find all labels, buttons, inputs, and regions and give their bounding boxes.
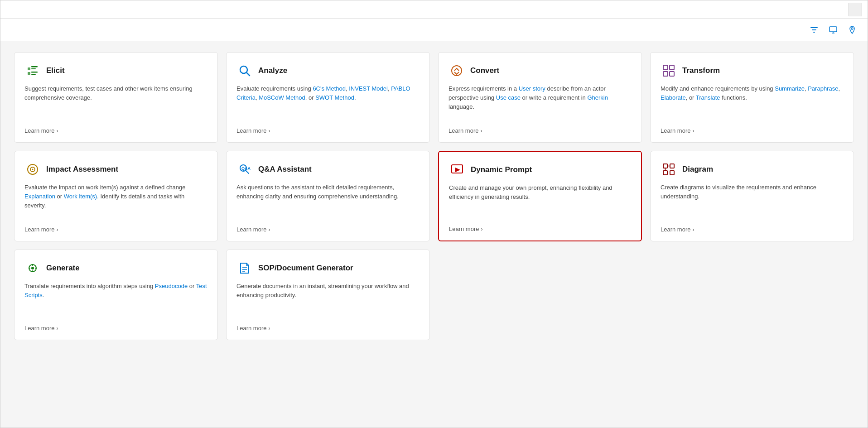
learn-more-qa-assistant[interactable]: Learn more › [236, 226, 420, 233]
card-body-dynamic-prompt: Create and manage your own prompt, enhan… [449, 183, 631, 217]
learn-more-convert[interactable]: Learn more › [448, 127, 632, 134]
link-pseudocode[interactable]: Pseudocode [155, 283, 188, 289]
card-diagram[interactable]: DiagramCreate diagrams to visualize the … [650, 151, 854, 241]
link-6c's-method[interactable]: 6C's Method [313, 85, 346, 92]
filter-icon[interactable] [808, 24, 820, 36]
learn-more-generate[interactable]: Learn more › [24, 325, 207, 332]
card-title-diagram: Diagram [682, 165, 713, 174]
learn-more-transform[interactable]: Learn more › [661, 127, 844, 134]
learn-more-label: Learn more [236, 127, 266, 134]
card-qa-assistant[interactable]: Q&AQ&A AssistantAsk questions to the ass… [226, 151, 430, 241]
chevron-right-icon: › [692, 128, 694, 134]
main-content: ElicitSuggest requirements, test cases a… [0, 41, 868, 428]
card-generate[interactable]: GenerateTranslate requirements into algo… [14, 250, 218, 340]
card-header-transform: Transform [661, 63, 844, 79]
card-body-analyze: Evaluate requirements using 6C's Method,… [236, 84, 420, 119]
impact-assessment-icon [24, 161, 41, 178]
card-header-sop-document-generator: SOP/Document Generator [236, 260, 420, 276]
card-sop-document-generator[interactable]: SOP/Document GeneratorGenerate documents… [226, 250, 430, 340]
link-use-case[interactable]: Use case [496, 94, 521, 101]
svg-rect-0 [810, 27, 818, 28]
chevron-right-icon: › [56, 226, 58, 233]
transform-icon [661, 63, 677, 79]
svg-rect-8 [31, 66, 38, 67]
card-body-elicit: Suggest requirements, test cases and oth… [24, 84, 207, 119]
card-body-sop-document-generator: Generate documents in an instant, stream… [236, 282, 420, 317]
learn-more-analyze[interactable]: Learn more › [236, 127, 420, 134]
card-title-sop-document-generator: SOP/Document Generator [258, 264, 353, 273]
card-body-qa-assistant: Ask questions to the assistant to elicit… [236, 183, 420, 218]
learn-more-sop-document-generator[interactable]: Learn more › [236, 325, 420, 332]
card-body-generate: Translate requirements into algorithm st… [24, 282, 207, 317]
card-header-dynamic-prompt: Dynamic Prompt [449, 162, 631, 178]
location-icon[interactable] [846, 24, 858, 36]
close-button[interactable] [849, 3, 862, 16]
empty-cell-1 [650, 250, 854, 340]
learn-more-label: Learn more [236, 226, 266, 233]
svg-line-14 [246, 72, 250, 76]
chevron-right-icon: › [268, 226, 270, 233]
svg-rect-3 [829, 27, 837, 32]
link-gherkin[interactable]: Gherkin [587, 94, 608, 101]
svg-rect-16 [663, 65, 668, 70]
learn-more-label: Learn more [449, 226, 479, 232]
chevron-right-icon: › [268, 325, 270, 332]
svg-rect-11 [31, 72, 38, 73]
link-explanation[interactable]: Explanation [24, 193, 55, 200]
card-title-impact-assessment: Impact Assessment [46, 165, 118, 174]
svg-point-22 [32, 169, 34, 170]
card-analyze[interactable]: AnalyzeEvaluate requirements using 6C's … [226, 52, 430, 143]
link-user-story[interactable]: User story [519, 85, 545, 92]
card-header-convert: Convert [448, 63, 632, 79]
learn-more-label: Learn more [24, 127, 54, 134]
svg-text:Q&A: Q&A [241, 166, 251, 171]
learn-more-diagram[interactable]: Learn more › [661, 226, 844, 233]
svg-rect-17 [670, 65, 674, 70]
link-translate[interactable]: Translate [696, 94, 720, 101]
card-impact-assessment[interactable]: Impact AssessmentEvaluate the impact on … [14, 151, 218, 241]
card-elicit[interactable]: ElicitSuggest requirements, test cases a… [14, 52, 218, 143]
svg-rect-29 [663, 171, 667, 175]
card-header-impact-assessment: Impact Assessment [24, 161, 207, 178]
elicit-icon [24, 63, 41, 79]
svg-rect-9 [31, 68, 36, 69]
svg-marker-26 [455, 168, 460, 172]
card-convert[interactable]: ConvertExpress requirements in a User st… [438, 52, 642, 143]
link-elaborate[interactable]: Elaborate [661, 94, 686, 101]
link-summarize[interactable]: Summarize [775, 85, 805, 92]
dynamic-prompt-icon [449, 162, 465, 178]
card-title-analyze: Analyze [258, 66, 287, 75]
link-swot-method[interactable]: SWOT Method [315, 94, 354, 101]
link-paraphrase[interactable]: Paraphrase [808, 85, 838, 92]
display-icon[interactable] [827, 24, 839, 36]
main-window: ElicitSuggest requirements, test cases a… [0, 0, 868, 428]
analyze-icon [236, 63, 253, 79]
qa-assistant-icon: Q&A [236, 161, 253, 178]
svg-rect-12 [31, 74, 36, 75]
svg-rect-10 [28, 72, 30, 75]
link-invest-model[interactable]: INVEST Model [349, 85, 388, 92]
card-body-diagram: Create diagrams to visualize the require… [661, 183, 844, 218]
card-header-elicit: Elicit [24, 63, 207, 79]
learn-more-label: Learn more [24, 325, 54, 332]
cards-grid: ElicitSuggest requirements, test cases a… [14, 52, 854, 340]
title-bar [0, 0, 868, 19]
svg-point-34 [31, 267, 34, 269]
card-header-generate: Generate [24, 260, 207, 276]
link-work-item(s)[interactable]: Work item(s) [64, 193, 97, 200]
learn-more-label: Learn more [448, 127, 478, 134]
svg-rect-2 [813, 32, 815, 33]
learn-more-label: Learn more [24, 226, 54, 233]
empty-cell-0 [438, 250, 642, 340]
link-moscow-method[interactable]: MoSCoW Method [259, 94, 305, 101]
card-title-convert: Convert [470, 66, 499, 75]
diagram-icon [661, 161, 677, 178]
learn-more-dynamic-prompt[interactable]: Learn more › [449, 226, 631, 232]
chevron-right-icon: › [481, 226, 482, 232]
card-dynamic-prompt[interactable]: Dynamic PromptCreate and manage your own… [438, 151, 642, 241]
learn-more-elicit[interactable]: Learn more › [24, 127, 207, 134]
card-transform[interactable]: TransformModify and enhance requirements… [650, 52, 854, 143]
learn-more-impact-assessment[interactable]: Learn more › [24, 226, 207, 233]
svg-rect-27 [663, 164, 667, 168]
card-header-qa-assistant: Q&AQ&A Assistant [236, 161, 420, 178]
